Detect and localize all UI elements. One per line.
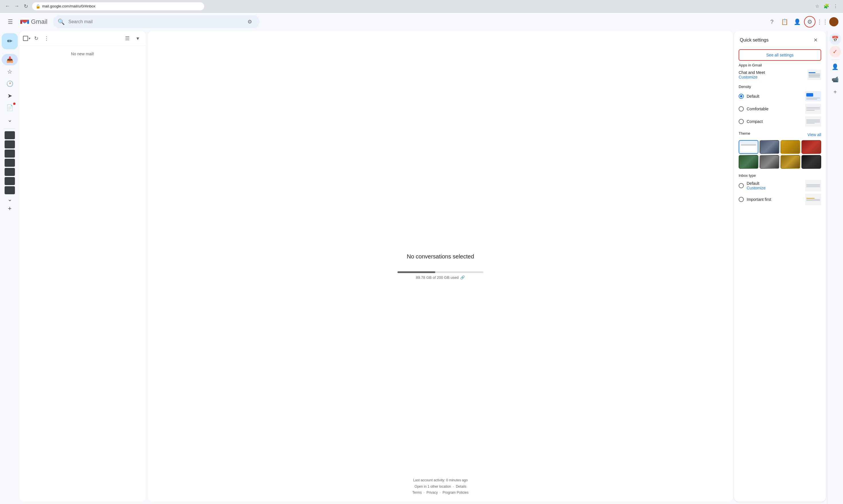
browser-nav-buttons: ← → ↻ xyxy=(3,2,30,10)
more-nav-button[interactable]: ⌄ xyxy=(2,114,18,126)
add-app-button[interactable]: + xyxy=(829,86,841,98)
label-tag-5[interactable] xyxy=(5,168,15,176)
forward-button[interactable]: → xyxy=(13,2,21,10)
terms-link[interactable]: Terms xyxy=(412,490,422,494)
search-icon: 🔍 xyxy=(58,18,65,25)
apps-grid-button[interactable]: ⋮⋮ xyxy=(816,16,828,28)
theme-brown[interactable] xyxy=(780,155,800,169)
address-bar[interactable]: 🔒 mail.google.com/mail/u/0/#inbox xyxy=(32,2,204,10)
preview-line-2 xyxy=(809,75,820,76)
label-tag-7[interactable] xyxy=(5,186,15,194)
density-default-radio[interactable] xyxy=(739,94,744,99)
inbox-important-label: Important first xyxy=(747,197,802,202)
select-all-checkbox[interactable] xyxy=(23,36,28,41)
storage-bar xyxy=(398,271,484,273)
select-dropdown-arrow[interactable]: ▾ xyxy=(29,36,30,40)
list-view-button[interactable]: ☰ xyxy=(123,34,132,43)
contacts-icon-btn[interactable]: 👤 xyxy=(791,16,803,28)
preview-line-blue xyxy=(809,72,815,73)
main-footer: Last account activity: 0 minutes ago Ope… xyxy=(412,478,469,496)
more-options-button[interactable]: ⋮ xyxy=(42,34,51,43)
apps-section-title: Apps in Gmail xyxy=(739,63,821,67)
right-apps-sidebar: 📅 ✓ 👤 📹 + xyxy=(827,31,843,504)
theme-autumn[interactable] xyxy=(802,140,821,154)
quick-settings-close-button[interactable]: ✕ xyxy=(811,36,820,45)
avatar[interactable] xyxy=(829,17,838,26)
label-tag-6[interactable] xyxy=(5,177,15,185)
bookmark-button[interactable]: ☆ xyxy=(813,2,821,10)
density-comfortable-radio[interactable] xyxy=(739,106,744,111)
contacts-app-button[interactable]: 👤 xyxy=(829,61,841,72)
customize-link[interactable]: Customize xyxy=(739,75,758,79)
help-button[interactable]: ? xyxy=(766,16,778,28)
inbox-important-radio[interactable] xyxy=(739,197,744,202)
search-bar: 🔍 ⚙ xyxy=(53,15,260,29)
density-default-label: Default xyxy=(747,94,802,98)
clock-icon: 🕐 xyxy=(6,80,14,87)
chevron-down-icon: ⌄ xyxy=(7,116,12,123)
list-view-buttons: ☰ ▾ xyxy=(123,34,142,43)
sent-nav-button[interactable]: ➤ xyxy=(2,90,18,102)
labels-more-button[interactable]: ⌄ xyxy=(7,196,12,202)
theme-dark-clouds[interactable] xyxy=(759,140,779,154)
gmail-app: ☰ Gmail 🔍 ⚙ ? 📋 👤 ⚙ ⋮⋮ xyxy=(0,13,843,504)
inbox-default-label: Default xyxy=(747,181,802,186)
density-compact-radio[interactable] xyxy=(739,119,744,124)
program-policies-link[interactable]: Program Policies xyxy=(442,490,469,494)
meet-app-button[interactable]: 📹 xyxy=(829,74,841,85)
search-tune-button[interactable]: ⚙ xyxy=(245,17,255,27)
open-in-text: Open in 1 other location · Details xyxy=(412,484,469,490)
details-link[interactable]: Details xyxy=(456,485,467,488)
inbox-nav-button[interactable]: 📥 xyxy=(2,54,18,65)
storage-bar-fill xyxy=(398,271,435,273)
density-compact-preview xyxy=(805,116,821,127)
add-label-button[interactable]: + xyxy=(8,205,12,212)
refresh-button[interactable]: ↻ xyxy=(22,2,30,10)
email-list-toolbar: ▾ ↻ ⋮ ☰ ▾ xyxy=(19,31,146,46)
inbox-default-radio[interactable] xyxy=(739,183,744,188)
starred-nav-button[interactable]: ☆ xyxy=(2,66,18,77)
settings-button[interactable]: ⚙ xyxy=(804,16,815,28)
theme-green[interactable] xyxy=(739,155,758,169)
tasks-app-button[interactable]: ✓ xyxy=(829,46,841,57)
search-input[interactable] xyxy=(68,19,241,24)
quick-settings-title: Quick settings xyxy=(740,38,769,43)
theme-section-title: Theme xyxy=(739,131,750,136)
left-sidebar: ✏ 📥 ☆ 🕐 ➤ 📄 ⌄ xyxy=(0,31,19,504)
task-icon-btn[interactable]: 📋 xyxy=(779,16,790,28)
theme-hexagons[interactable] xyxy=(759,155,779,169)
snoozed-nav-button[interactable]: 🕐 xyxy=(2,78,18,89)
label-tag-2[interactable] xyxy=(5,140,15,148)
theme-gmail[interactable] xyxy=(739,140,758,154)
calendar-app-button[interactable]: 📅 xyxy=(829,33,841,45)
gmail-logo: Gmail xyxy=(19,18,47,26)
theme-flowers[interactable] xyxy=(780,140,800,154)
main-content: No conversations selected 89.78 GB of 20… xyxy=(148,31,733,502)
back-button[interactable]: ← xyxy=(3,2,12,10)
see-all-settings-button[interactable]: See all settings xyxy=(739,49,821,61)
refresh-button[interactable]: ↻ xyxy=(32,34,41,43)
extensions-button[interactable]: 🧩 xyxy=(822,2,830,10)
storage-link[interactable]: 🔗 xyxy=(460,275,465,280)
inbox-customize-link[interactable]: Customize xyxy=(747,186,766,190)
last-activity-text: Last account activity: 0 minutes ago xyxy=(412,478,469,484)
draft-icon: 📄 xyxy=(6,104,14,111)
view-all-themes-link[interactable]: View all xyxy=(807,132,821,137)
theme-black[interactable] xyxy=(802,155,821,169)
send-icon: ➤ xyxy=(7,92,12,99)
drafts-nav-button[interactable]: 📄 xyxy=(2,102,18,113)
gmail-topbar: ☰ Gmail 🔍 ⚙ ? 📋 👤 ⚙ ⋮⋮ xyxy=(0,13,843,31)
chat-meet-label: Chat and Meet xyxy=(739,70,765,75)
browser-actions: ☆ 🧩 ⋮ xyxy=(813,2,840,10)
privacy-link[interactable]: Privacy xyxy=(426,490,438,494)
label-tag-1[interactable] xyxy=(5,131,15,139)
inbox-default-row: Default Customize xyxy=(739,180,821,192)
compose-button[interactable]: ✏ xyxy=(2,33,18,49)
density-comfortable-preview xyxy=(805,104,821,114)
hamburger-button[interactable]: ☰ xyxy=(5,16,16,28)
label-tag-3[interactable] xyxy=(5,149,15,158)
label-tags xyxy=(5,131,15,195)
browser-menu-button[interactable]: ⋮ xyxy=(831,2,840,10)
label-tag-4[interactable] xyxy=(5,159,15,167)
view-dropdown-button[interactable]: ▾ xyxy=(133,34,142,43)
